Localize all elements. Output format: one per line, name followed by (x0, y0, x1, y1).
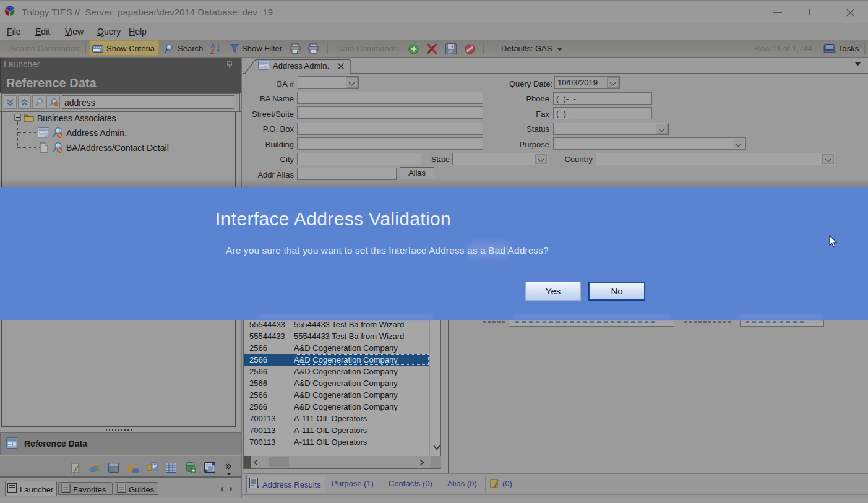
svg-text:P: P (153, 463, 157, 470)
